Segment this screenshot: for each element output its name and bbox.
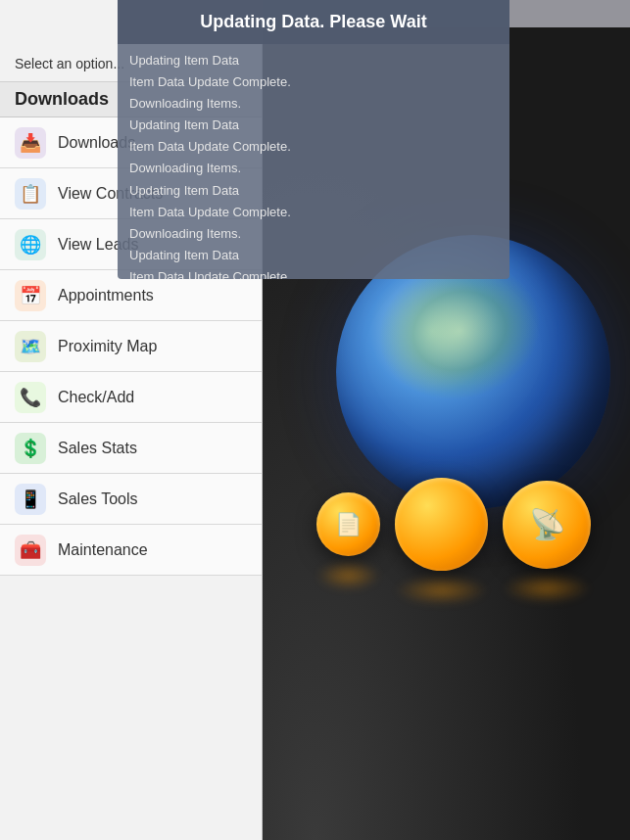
log-line: Updating Item Data (129, 115, 498, 136)
log-line: Item Data Update Complete. (129, 71, 498, 93)
log-line: Updating Item Data (129, 245, 498, 266)
sidebar-item-proximity-map[interactable]: 🗺️Proximity Map (0, 321, 262, 372)
proximity-map-label: Proximity Map (58, 338, 157, 355)
log-line: Downloading Items. (129, 223, 498, 245)
proximity-map-icon: 🗺️ (15, 331, 46, 362)
maintenance-icon: 🧰 (15, 535, 46, 566)
appointments-icon: 📅 (15, 280, 46, 311)
view-contracts-icon: 📋 (15, 178, 46, 210)
log-line: Downloading Items. (129, 93, 498, 115)
log-line: Item Data Update Complete. (129, 136, 498, 158)
sales-stats-icon: 💲 (15, 433, 46, 464)
sidebar-section-title: Downloads (15, 89, 109, 110)
icon-btn-3[interactable]: 📡 (503, 481, 591, 569)
sidebar-item-check-add[interactable]: 📞Check/Add (0, 372, 262, 423)
sales-stats-label: Sales Stats (58, 440, 137, 457)
log-line: Updating Item Data (129, 180, 498, 202)
check-add-label: Check/Add (58, 389, 134, 406)
icon-btn-1[interactable]: 📄 (316, 492, 380, 556)
sidebar-item-sales-stats[interactable]: 💲Sales Stats (0, 423, 262, 474)
log-line: Item Data Update Complete. (129, 202, 498, 223)
overlay-title: Updating Data. Please Wait (118, 0, 509, 44)
sidebar-item-maintenance[interactable]: 🧰Maintenance (0, 525, 262, 576)
view-leads-icon: 🌐 (15, 229, 46, 260)
sidebar-header-text: Select an option... (15, 56, 124, 71)
appointments-label: Appointments (58, 287, 154, 304)
sales-tools-icon: 📱 (15, 484, 46, 515)
log-line: Downloading Items. (129, 158, 498, 179)
sales-tools-label: Sales Tools (58, 490, 138, 508)
downloads-icon: 📥 (15, 127, 46, 159)
log-line: Item Data Update Complete. (129, 266, 498, 279)
sidebar-item-sales-tools[interactable]: 📱Sales Tools (0, 474, 262, 525)
overlay-log: Updating Item DataItem Data Update Compl… (118, 44, 509, 279)
overlay-panel: Updating Data. Please Wait Updating Item… (118, 0, 509, 279)
maintenance-label: Maintenance (58, 541, 148, 559)
icon-btn-2[interactable] (395, 478, 488, 571)
icon-buttons: 📄 📡 (316, 478, 591, 605)
log-line: Updating Item Data (129, 50, 498, 71)
check-add-icon: 📞 (15, 382, 46, 413)
